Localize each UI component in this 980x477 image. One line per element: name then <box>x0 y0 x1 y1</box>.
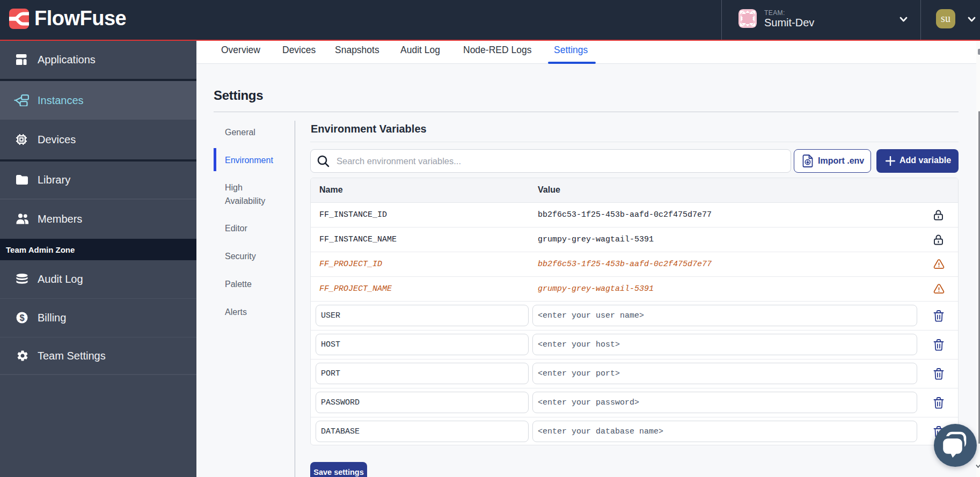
svg-text:$: $ <box>19 313 24 322</box>
